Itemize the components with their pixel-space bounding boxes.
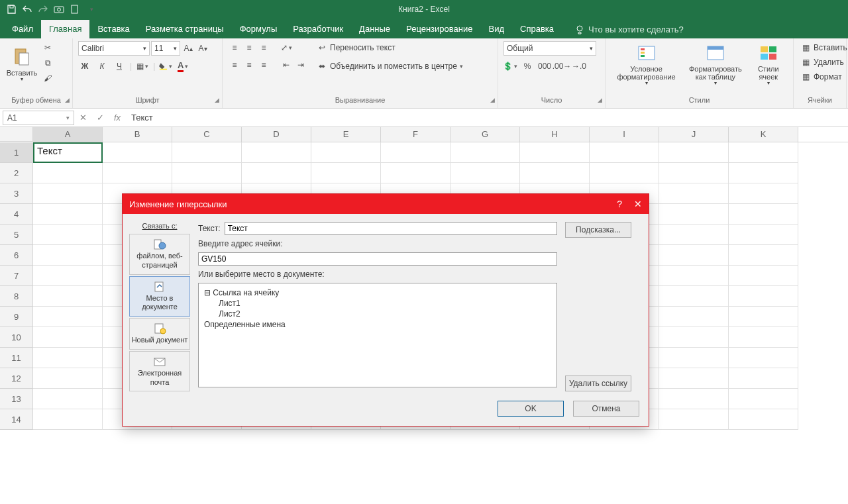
wrap-text-button[interactable]: ↩Переносить текст bbox=[315, 41, 463, 54]
row-header[interactable]: 1 bbox=[0, 142, 33, 163]
cell[interactable] bbox=[33, 204, 103, 225]
link-to-new-doc-button[interactable]: Новый документ bbox=[129, 318, 190, 350]
screentip-button[interactable]: Подсказка... bbox=[565, 222, 631, 238]
clipboard-launcher-icon[interactable]: ◢ bbox=[65, 97, 70, 103]
tab-page-layout[interactable]: Разметка страницы bbox=[138, 20, 232, 38]
cell[interactable] bbox=[659, 327, 729, 348]
cell[interactable] bbox=[242, 142, 311, 163]
column-header[interactable]: D bbox=[242, 127, 311, 142]
cell[interactable] bbox=[729, 225, 798, 245]
cell[interactable] bbox=[33, 327, 103, 348]
cut-icon[interactable]: ✂ bbox=[41, 41, 54, 54]
column-header[interactable]: H bbox=[520, 127, 590, 142]
cell[interactable] bbox=[729, 245, 798, 266]
cell[interactable] bbox=[172, 142, 242, 163]
cell[interactable] bbox=[729, 307, 798, 327]
row-header[interactable]: 3 bbox=[0, 183, 33, 204]
cell-styles-button[interactable]: Стили ячеек▾ bbox=[749, 41, 788, 87]
row-header[interactable]: 4 bbox=[0, 204, 33, 225]
italic-button[interactable]: К bbox=[95, 60, 109, 73]
cell[interactable] bbox=[33, 409, 103, 430]
align-center-icon[interactable]: ≡ bbox=[242, 58, 256, 72]
cell[interactable] bbox=[520, 142, 590, 163]
cell[interactable] bbox=[659, 183, 729, 204]
cell[interactable] bbox=[729, 389, 798, 409]
comma-style-icon[interactable]: 000 bbox=[538, 60, 551, 73]
redo-icon[interactable] bbox=[37, 3, 49, 15]
tab-developer[interactable]: Разработчик bbox=[285, 20, 351, 38]
column-header[interactable]: E bbox=[311, 127, 381, 142]
column-header[interactable]: B bbox=[103, 127, 172, 142]
cell[interactable] bbox=[33, 225, 103, 245]
row-header[interactable]: 14 bbox=[0, 409, 33, 430]
cell[interactable] bbox=[103, 163, 172, 183]
number-launcher-icon[interactable]: ◢ bbox=[598, 97, 602, 103]
column-header[interactable]: A bbox=[33, 127, 103, 142]
row-header[interactable]: 8 bbox=[0, 286, 33, 307]
column-header[interactable]: F bbox=[381, 127, 450, 142]
enter-formula-icon[interactable]: ✓ bbox=[91, 111, 109, 125]
cell[interactable] bbox=[33, 245, 103, 266]
tab-data[interactable]: Данные bbox=[351, 20, 398, 38]
cell[interactable] bbox=[33, 348, 103, 368]
cell[interactable] bbox=[659, 368, 729, 389]
row-header[interactable]: 12 bbox=[0, 368, 33, 389]
format-as-table-button[interactable]: Форматировать как таблицу▾ bbox=[684, 41, 746, 87]
column-header[interactable]: C bbox=[172, 127, 242, 142]
cell-address-input[interactable] bbox=[198, 252, 557, 266]
cell[interactable]: Текст bbox=[33, 142, 103, 163]
cell[interactable] bbox=[659, 266, 729, 286]
paste-button[interactable]: Вставить ▾ bbox=[5, 41, 38, 87]
cell[interactable] bbox=[450, 142, 520, 163]
column-header[interactable]: J bbox=[659, 127, 729, 142]
cell[interactable] bbox=[33, 368, 103, 389]
cell[interactable] bbox=[450, 163, 520, 183]
increase-indent-icon[interactable]: ⇥ bbox=[294, 58, 307, 72]
insert-cells-button[interactable]: ▦Вставить bbox=[799, 41, 847, 54]
cell[interactable] bbox=[33, 286, 103, 307]
customize-qat-icon[interactable] bbox=[85, 3, 97, 15]
font-color-icon[interactable]: A bbox=[176, 60, 189, 73]
dialog-help-icon[interactable]: ? bbox=[617, 199, 622, 209]
row-header[interactable]: 6 bbox=[0, 245, 33, 266]
link-to-email-button[interactable]: Электронная почта bbox=[129, 351, 190, 392]
cell[interactable] bbox=[729, 327, 798, 348]
increase-decimal-icon[interactable]: .00→ bbox=[555, 60, 568, 73]
cell[interactable] bbox=[729, 266, 798, 286]
font-family-combo[interactable]: Calibri▾ bbox=[78, 41, 150, 56]
conditional-formatting-button[interactable]: Условное форматирование▾ bbox=[611, 41, 682, 87]
undo-icon[interactable] bbox=[21, 3, 33, 15]
row-header[interactable]: 9 bbox=[0, 307, 33, 327]
row-header[interactable]: 2 bbox=[0, 163, 33, 183]
cell[interactable] bbox=[659, 389, 729, 409]
orientation-icon[interactable]: ⤢ bbox=[280, 41, 293, 54]
cell[interactable] bbox=[33, 163, 103, 183]
tree-cell-reference[interactable]: ⊟ Ссылка на ячейку bbox=[204, 287, 551, 298]
number-format-combo[interactable]: Общий▾ bbox=[504, 41, 596, 56]
decrease-font-icon[interactable]: A▾ bbox=[196, 42, 209, 55]
column-header[interactable]: G bbox=[450, 127, 520, 142]
cell[interactable] bbox=[729, 142, 798, 163]
dialog-close-icon[interactable]: ✕ bbox=[634, 199, 642, 209]
row-header[interactable]: 13 bbox=[0, 389, 33, 409]
column-header[interactable]: I bbox=[590, 127, 659, 142]
cell[interactable] bbox=[659, 204, 729, 225]
fill-color-icon[interactable] bbox=[159, 60, 172, 73]
ok-button[interactable]: OK bbox=[498, 401, 564, 417]
decrease-indent-icon[interactable]: ⇤ bbox=[280, 58, 293, 72]
align-left-icon[interactable]: ≡ bbox=[228, 58, 241, 72]
cell[interactable] bbox=[729, 183, 798, 204]
cell[interactable] bbox=[242, 163, 311, 183]
doc-icon[interactable] bbox=[69, 3, 81, 15]
alignment-launcher-icon[interactable]: ◢ bbox=[490, 97, 495, 103]
cell[interactable] bbox=[659, 245, 729, 266]
tab-help[interactable]: Справка bbox=[512, 20, 562, 38]
tree-defined-names[interactable]: Определенные имена bbox=[204, 319, 551, 330]
formula-bar-content[interactable]: Текст bbox=[126, 113, 848, 123]
format-cells-button[interactable]: ▦Формат bbox=[799, 70, 842, 83]
cell[interactable] bbox=[729, 163, 798, 183]
text-to-display-input[interactable] bbox=[225, 222, 557, 235]
font-size-combo[interactable]: 11▾ bbox=[151, 41, 180, 56]
underline-button[interactable]: Ч bbox=[113, 60, 126, 73]
cell[interactable] bbox=[729, 368, 798, 389]
